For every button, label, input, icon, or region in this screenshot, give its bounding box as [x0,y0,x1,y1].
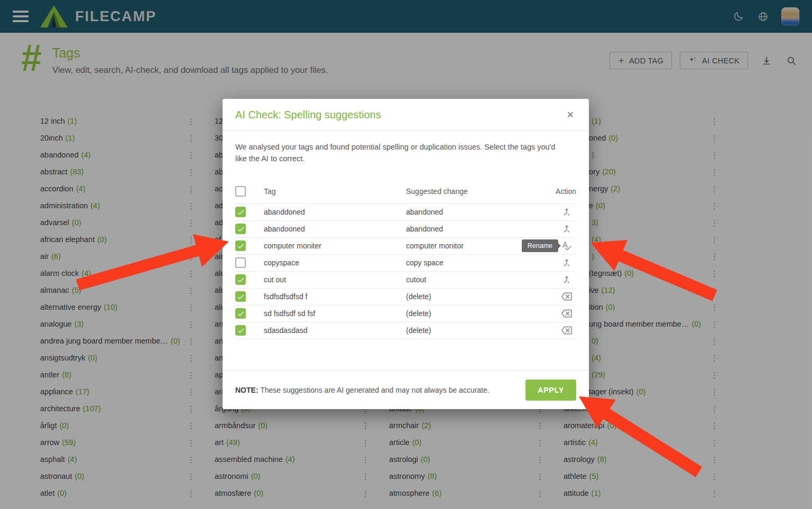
backspace-icon[interactable] [561,291,572,302]
suggestion-row: computer monitercomputer monitorRename [235,238,576,255]
suggestions-table-header: Tag Suggested change Action [235,180,576,204]
modal-header: AI Check: Spelling suggestions ✕ [223,99,589,131]
suggestion-tag: cut out [264,275,406,284]
suggestion-row: abandoonedabandoned [235,221,576,238]
apply-button[interactable]: APPLY [525,380,576,401]
suggestion-row: sdasdasdasd(delete) [235,322,576,339]
suggestion-row: abanddonedabandoned [235,204,576,221]
row-checkbox-checked[interactable] [235,308,246,319]
suggestion-row: copyspacecopy space [235,255,576,272]
ai-disclaimer-note: NOTE: These suggestions are AI generated… [235,386,490,394]
select-all-checkbox[interactable] [235,186,246,197]
merge-arrows-icon[interactable] [561,257,572,268]
row-checkbox-checked[interactable] [235,224,246,234]
merge-arrows-icon[interactable] [561,207,572,217]
column-header-action: Action [543,187,576,196]
suggestion-tag: abanddoned [264,208,406,216]
merge-arrows-icon[interactable] [561,274,572,285]
suggestion-tag: sdasdasdasd [264,326,406,335]
backspace-icon[interactable] [561,308,572,319]
modal-footer: NOTE: These suggestions are AI generated… [223,370,589,409]
modal-table-body: abanddonedabandonedabandoonedabandonedco… [235,204,576,339]
spellcheck-icon[interactable] [561,240,572,251]
suggestion-change: (delete) [406,326,543,335]
ai-check-modal: AI Check: Spelling suggestions ✕ We anal… [223,99,589,409]
modal-title: AI Check: Spelling suggestions [235,109,381,121]
modal-description: We analysed your tags and found potentia… [223,131,571,165]
suggestion-tag: copyspace [264,258,406,267]
suggestion-row: fsdfsdfsdfsd f(delete) [235,289,576,306]
suggestion-change: (delete) [406,309,543,318]
column-header-suggested: Suggested change [406,187,543,196]
suggestion-tag: fsdfsdfsdfsd f [264,292,406,301]
suggestion-change: abandoned [406,225,543,233]
merge-arrows-icon[interactable] [561,224,572,234]
suggestion-change: cutout [406,275,543,284]
suggestion-tag: abandooned [264,225,406,233]
suggestion-tag: computer moniter [264,242,406,250]
row-checkbox-checked[interactable] [235,291,246,302]
suggestion-row: cut outcutout [235,272,576,289]
close-icon[interactable]: ✕ [565,107,576,123]
suggestion-change: abandoned [406,208,543,216]
suggestion-row: sd fsdfsdf sd fsf(delete) [235,306,576,322]
suggestion-change: copy space [406,258,543,267]
row-checkbox-checked[interactable] [235,274,246,285]
row-checkbox-checked[interactable] [235,207,246,217]
suggestion-tag: sd fsdfsdf sd fsf [264,309,406,318]
backspace-icon[interactable] [561,325,572,336]
suggestion-change: (delete) [406,292,543,301]
row-checkbox-checked[interactable] [235,325,246,336]
column-header-tag: Tag [264,187,406,196]
rename-tooltip: Rename [522,239,558,252]
row-checkbox-unchecked[interactable] [235,257,246,268]
row-checkbox-checked[interactable] [235,240,246,251]
